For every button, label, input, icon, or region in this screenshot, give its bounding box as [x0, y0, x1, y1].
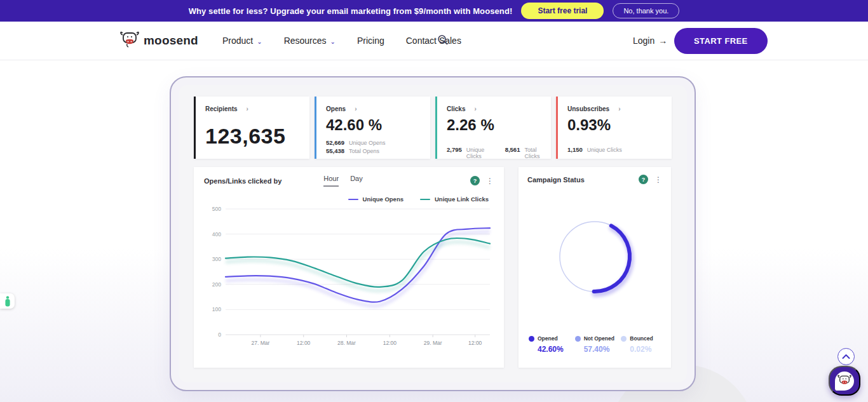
svg-text:100: 100	[212, 306, 221, 312]
login-link[interactable]: Login →	[633, 36, 667, 46]
chevron-right-icon[interactable]: ›	[247, 105, 248, 112]
accent-bar	[435, 97, 437, 159]
nav-item-contact-sales[interactable]: Contact Sales	[406, 36, 461, 46]
moosend-logo[interactable]: moosend	[120, 31, 198, 50]
sub-stat-label: Unique Opens	[349, 140, 386, 146]
sub-stat-number: 8,561	[505, 146, 520, 153]
tab-hour[interactable]: Hour	[323, 175, 339, 187]
sub-stat-number: 2,795	[447, 146, 462, 153]
legend-item: Unique Opens	[348, 196, 403, 203]
sub-stat-label: Total Clicks	[524, 147, 542, 159]
promo-banner: Why settle for less? Upgrade your email …	[0, 0, 868, 22]
search-icon[interactable]	[437, 34, 448, 47]
accessibility-icon	[4, 296, 11, 307]
main-navigation: moosend Product⌄ Resources⌄ Pricing Cont…	[0, 22, 868, 60]
legend-dot	[529, 336, 534, 342]
sub-stat-label: Unique Clicks	[466, 147, 489, 159]
svg-text:400: 400	[212, 231, 221, 238]
cow-mascot-icon	[120, 31, 139, 50]
svg-text:27. Mar: 27. Mar	[251, 340, 269, 346]
promo-text: Why settle for less? Upgrade your email …	[189, 6, 513, 16]
legend-dash-icon	[420, 199, 430, 200]
line-chart-legend: Unique OpensUnique Link Clicks	[204, 196, 489, 203]
nav-item-product[interactable]: Product⌄	[222, 36, 262, 46]
nav-item-pricing[interactable]: Pricing	[357, 36, 384, 46]
chevron-up-icon	[842, 354, 850, 359]
svg-text:200: 200	[212, 281, 221, 288]
legend-dot	[575, 336, 581, 342]
chevron-right-icon[interactable]: ›	[474, 105, 476, 112]
legend-item-bounced: Bounced 0.02%	[621, 335, 661, 354]
sub-stat-number: 52,669	[326, 139, 344, 146]
svg-text:500: 500	[212, 206, 221, 212]
legend-item-opened: Opened 42.60%	[529, 335, 569, 354]
dashboard-screen: Recipients › 123,635 Opens › 42.60 % 52,…	[179, 85, 687, 382]
panel-title: Campaign Status	[527, 176, 585, 184]
chevron-down-icon: ⌄	[330, 38, 336, 45]
start-free-trial-button[interactable]: Start free trial	[521, 3, 604, 19]
legend-dot	[621, 336, 627, 342]
help-icon[interactable]: ?	[470, 176, 480, 185]
stat-value: 0.93%	[567, 116, 663, 134]
arrow-right-icon: →	[658, 36, 667, 46]
kebab-menu-icon[interactable]: ⋮	[486, 177, 494, 185]
accessibility-widget-handle[interactable]	[0, 293, 15, 309]
tab-day[interactable]: Day	[350, 175, 363, 187]
chat-mascot-icon	[835, 372, 854, 391]
stat-title: Clicks	[447, 105, 465, 112]
stat-title: Recipients	[205, 105, 238, 112]
campaign-status-panel: Campaign Status ? ⋮ Opened	[519, 167, 671, 368]
sub-stat-label: Unique Clicks	[587, 147, 622, 153]
donut-legend: Opened 42.60% Not Opened 57.40%	[527, 335, 662, 354]
chevron-right-icon[interactable]: ›	[355, 105, 356, 112]
legend-value: 57.40%	[584, 345, 615, 354]
nav-item-resources[interactable]: Resources⌄	[284, 36, 336, 46]
chevron-down-icon: ⌄	[257, 38, 262, 45]
stat-card-opens[interactable]: Opens › 42.60 % 52,669 Unique Opens 55,4…	[315, 97, 430, 159]
dismiss-banner-button[interactable]: No, thank you.	[613, 3, 679, 18]
svg-text:12:00: 12:00	[468, 340, 482, 346]
stat-value: 42.60 %	[326, 116, 421, 134]
accent-bar	[194, 97, 196, 159]
svg-text:29. Mar: 29. Mar	[424, 340, 442, 346]
stat-value: 123,635	[205, 124, 301, 149]
opens-links-line-chart: 010020030040050027. Mar12:0028. Mar12:00…	[204, 204, 494, 355]
svg-text:300: 300	[212, 256, 221, 262]
kebab-menu-icon[interactable]: ⋮	[654, 176, 662, 184]
help-icon[interactable]: ?	[639, 175, 648, 184]
nav-menu: Product⌄ Resources⌄ Pricing Contact Sale…	[222, 36, 461, 46]
stat-value: 2.26 %	[447, 116, 542, 134]
svg-text:12:00: 12:00	[383, 340, 397, 346]
hero-section: Recipients › 123,635 Opens › 42.60 % 52,…	[0, 61, 868, 402]
chat-widget-button[interactable]	[829, 366, 860, 396]
opens-links-chart-panel: Opens/Links clicked by Hour Day ? ⋮ Uniq…	[194, 167, 504, 368]
stat-card-clicks[interactable]: Clicks › 2.26 % 2,795 Unique Clicks 8,56…	[435, 97, 551, 159]
brand-name: moosend	[144, 34, 198, 48]
svg-text:28. Mar: 28. Mar	[337, 340, 356, 346]
scroll-to-top-button[interactable]	[837, 348, 855, 365]
legend-label: Unique Link Clicks	[435, 196, 489, 203]
chevron-right-icon[interactable]: ›	[618, 105, 620, 112]
stat-title: Unsubscribes	[567, 105, 609, 112]
svg-text:12:00: 12:00	[297, 340, 311, 346]
start-free-button[interactable]: START FREE	[674, 28, 768, 54]
legend-label: Unique Opens	[363, 196, 403, 203]
legend-item: Unique Link Clicks	[420, 196, 489, 203]
sub-stat-label: Total Opens	[349, 148, 379, 154]
sub-stat-number: 55,438	[326, 147, 344, 154]
stats-row: Recipients › 123,635 Opens › 42.60 % 52,…	[194, 97, 672, 159]
legend-dash-icon	[348, 199, 358, 200]
stat-title: Opens	[326, 105, 346, 112]
accent-bar	[315, 97, 316, 159]
legend-value: 0.02%	[630, 345, 661, 354]
accent-bar	[556, 97, 558, 159]
legend-item-not-opened: Not Opened 57.40%	[575, 335, 615, 354]
dashboard-tablet-mockup: Recipients › 123,635 Opens › 42.60 % 52,…	[170, 76, 696, 391]
interval-tabs: Hour Day	[323, 175, 362, 187]
sub-stat-number: 1,150	[567, 146, 583, 153]
stat-card-unsubscribes[interactable]: Unsubscribes › 0.93% 1,150 Unique Clicks	[556, 97, 672, 159]
panel-title: Opens/Links clicked by	[204, 177, 281, 185]
stat-card-recipients[interactable]: Recipients › 123,635	[194, 97, 309, 159]
panels-row: Opens/Links clicked by Hour Day ? ⋮ Uniq…	[194, 167, 672, 368]
svg-text:0: 0	[218, 332, 221, 338]
